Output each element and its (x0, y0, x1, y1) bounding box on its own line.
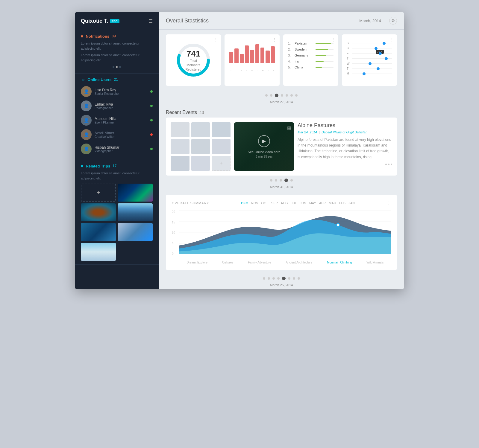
x-label: Ancient Architecture (286, 261, 312, 264)
tl-dot (290, 179, 293, 182)
dot-row: M (347, 72, 392, 75)
more-dot (391, 164, 392, 165)
user-role-5: Videographer (95, 150, 147, 153)
month-label[interactable]: MAR (329, 201, 336, 205)
dot-line (352, 58, 392, 59)
app-logo: Quixotic T. (81, 18, 108, 24)
trip-wave[interactable] (81, 203, 116, 221)
dot-row: T (347, 67, 392, 70)
settings-icon[interactable]: ⚙ (389, 17, 397, 25)
month-label[interactable]: DEC (241, 201, 248, 205)
play-icon[interactable]: ▶ (258, 135, 270, 147)
country-rank: 3. (288, 54, 293, 57)
month-label[interactable]: AUG (281, 201, 288, 205)
month-label[interactable]: JUN (300, 201, 306, 205)
user-name-4: Azadi Nimer (95, 131, 147, 135)
user-role-3: Event PLanner (95, 121, 147, 124)
month-label[interactable]: APR (319, 201, 326, 205)
event-thumb-3 (212, 122, 231, 137)
bar-column (234, 42, 238, 63)
dot-label: T (347, 67, 350, 70)
user-info-2: Enhac Riva Photographer (95, 102, 147, 110)
bar (266, 51, 269, 63)
menu-icon[interactable]: ☰ (148, 18, 153, 24)
country-bar (316, 67, 322, 68)
user-info-1: Lisa Dirn Ray Senior Researcher (95, 88, 147, 95)
area-svg (179, 210, 391, 254)
status-dot-4 (150, 133, 153, 136)
trip-aurora[interactable] (118, 184, 153, 202)
stats-grid: ⋮ 741 Total MembersRegistered (159, 30, 404, 91)
dot-line (352, 74, 392, 74)
tl-dot (268, 277, 270, 280)
dot-label: W (347, 62, 350, 65)
x-labels: Dream, ExploreCulturesFamily AdventureAn… (179, 261, 391, 264)
user-name-1: Lisa Dirn Ray (95, 88, 147, 92)
trip-cloud[interactable] (81, 243, 116, 261)
country-item: 4. Iran (288, 60, 334, 63)
timeline-label-2: March 31, 2014 (159, 185, 404, 191)
card-menu-2[interactable]: ⋮ (272, 37, 277, 42)
card-menu-3[interactable]: ⋮ (331, 37, 335, 42)
user-name-3: Masoom Nilla (95, 117, 147, 121)
status-dot-1 (150, 90, 153, 93)
country-item: 5. China (288, 65, 334, 69)
add-event-button[interactable]: + (212, 156, 231, 171)
country-bar-wrap (316, 49, 334, 50)
event-video[interactable]: ▦ ▶ See Online video here 6 min 25 sec (234, 122, 294, 171)
event-thumb-7 (171, 156, 190, 171)
event-meta: Mar 24, 2014 | Daosal Plains of Gilgit B… (298, 130, 392, 134)
month-label[interactable]: FEB (339, 201, 345, 205)
event-description: Alpine forests of Pakistan are found at … (298, 137, 392, 160)
tl-dot (270, 94, 272, 97)
bar (240, 54, 244, 63)
month-label[interactable]: SEP (271, 201, 278, 205)
country-bar (316, 43, 331, 44)
members-card: ⋮ 741 Total MembersRegistered (166, 34, 221, 86)
country-item: 3. Germany (288, 54, 334, 57)
dot-row: S (347, 47, 392, 50)
notifications-section: ■ Notifications 89 Lorem ipsum dolor sit… (75, 30, 159, 74)
x-label: Dream, Explore (187, 261, 207, 264)
trip-mountain[interactable] (118, 203, 153, 221)
card-menu-4[interactable]: ⋮ (390, 37, 394, 42)
bar (250, 50, 254, 63)
country-item: 1. Pakistan (288, 42, 334, 45)
month-label[interactable]: JAN (348, 201, 355, 205)
dot-3 (119, 66, 121, 68)
members-label: Total MembersRegistered (184, 59, 202, 71)
bar-column (240, 42, 244, 63)
pro-badge: PRO (110, 19, 119, 23)
online-users-section: ☺ Online Users 21 👤 Lisa Dirn Ray Senior… (75, 74, 159, 160)
dot-line: 72.4 (352, 53, 392, 54)
tl-dot (286, 94, 288, 97)
chart-menu[interactable]: ⋮ (387, 201, 391, 205)
timeline-label-3: March 25, 2014 (159, 283, 404, 289)
members-count: 741 (184, 49, 202, 59)
add-trip-button[interactable]: + (81, 184, 116, 202)
trip-ice[interactable] (118, 223, 153, 241)
tl-dot (298, 277, 300, 280)
notification-dots (81, 64, 153, 70)
bar-column (250, 42, 254, 63)
trips-title: ■ Related Trips 17 (81, 164, 153, 168)
app-wrapper: Quixotic T. PRO ☰ ■ Notifications 89 Lor… (75, 12, 404, 289)
dot-1 (113, 66, 114, 68)
dot-label: T (347, 57, 350, 60)
month-label[interactable]: MAY (309, 201, 316, 205)
event-details: ⋮ Alpine Pastures Mar 24, 2014 | Daosal … (298, 122, 392, 171)
chart-axis: 012345678 (229, 69, 275, 72)
dot-circle (385, 57, 388, 60)
event-more-dots (298, 164, 392, 165)
country-bar-wrap (316, 55, 334, 56)
bar-column (260, 42, 264, 63)
month-label[interactable]: OCT (261, 201, 268, 205)
trip-ocean[interactable] (81, 223, 116, 241)
user-info-5: Hisbah Shumar Videographer (95, 145, 147, 153)
dot-circle (383, 42, 386, 45)
card-menu-1[interactable]: ⋮ (214, 37, 218, 42)
video-label: See Online video here (248, 150, 281, 154)
month-label[interactable]: NOV (251, 201, 258, 205)
header-right: March, 2014 | ⚙ (359, 17, 397, 25)
month-label[interactable]: JUL (291, 201, 297, 205)
